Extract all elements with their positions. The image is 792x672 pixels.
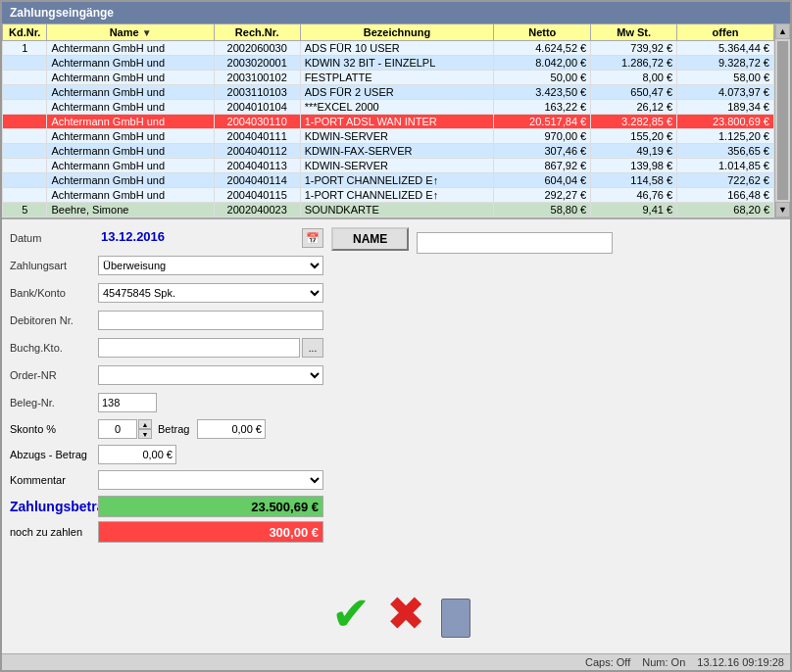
cell-offen[interactable]: 356,65 €: [677, 144, 774, 159]
cell-rechn[interactable]: 2004040112: [214, 144, 300, 159]
beleg-input[interactable]: [98, 393, 157, 412]
cell-offen[interactable]: 1.014,85 €: [677, 159, 774, 173]
table-row[interactable]: 1Achtermann GmbH und2002060030ADS FÜR 10…: [3, 41, 774, 56]
cell-offen[interactable]: 166,48 €: [677, 188, 774, 203]
cell-bezeichnung[interactable]: SOUNDKARTE: [300, 203, 494, 217]
cell-rechn[interactable]: 2003100102: [214, 71, 300, 85]
table-row[interactable]: Achtermann GmbH und2004040112KDWIN-FAX-S…: [3, 144, 774, 159]
col-rechn[interactable]: Rech.Nr.: [214, 24, 300, 41]
col-bezeichnung[interactable]: Bezeichnung: [300, 24, 494, 41]
betrag-input[interactable]: [197, 419, 266, 439]
cell-kdnr[interactable]: 1: [3, 41, 47, 56]
cell-netto[interactable]: 58,80 €: [494, 203, 591, 217]
cell-bezeichnung[interactable]: FESTPLATTE: [300, 71, 494, 85]
cell-mwst[interactable]: 26,12 €: [591, 100, 677, 115]
cell-rechn[interactable]: 2004010104: [214, 100, 300, 115]
cell-mwst[interactable]: 9,41 €: [591, 203, 677, 217]
table-row[interactable]: 5Beehre, Simone2002040023SOUNDKARTE58,80…: [3, 203, 774, 217]
cell-rechn[interactable]: 2004040111: [214, 129, 300, 144]
cell-bezeichnung[interactable]: ADS FÜR 2 USER: [300, 85, 494, 100]
cell-mwst[interactable]: 739,92 €: [591, 41, 677, 56]
cell-bezeichnung[interactable]: ***EXCEL 2000: [300, 100, 494, 115]
cell-bezeichnung[interactable]: 1-PORT ADSL WAN INTER: [300, 115, 494, 129]
cell-kdnr[interactable]: [3, 144, 47, 159]
cell-kdnr[interactable]: [3, 100, 47, 115]
cell-netto[interactable]: 163,22 €: [494, 100, 591, 115]
cell-bezeichnung[interactable]: KDWIN-SERVER: [300, 129, 494, 144]
name-button[interactable]: NAME: [331, 227, 409, 251]
table-row[interactable]: Achtermann GmbH und20040401151-PORT CHAN…: [3, 188, 774, 203]
cell-name[interactable]: Achtermann GmbH und: [47, 41, 214, 56]
abzug-input[interactable]: [98, 445, 176, 464]
buchg-input[interactable]: [98, 338, 300, 358]
cell-offen[interactable]: 5.364,44 €: [677, 41, 774, 56]
scroll-down[interactable]: ▼: [775, 202, 790, 217]
cell-netto[interactable]: 292,27 €: [494, 188, 591, 203]
cell-netto[interactable]: 970,00 €: [494, 129, 591, 144]
cell-bezeichnung[interactable]: KDWIN-SERVER: [300, 159, 494, 173]
buchg-dots-button[interactable]: ...: [302, 338, 323, 358]
cell-kdnr[interactable]: [3, 173, 47, 188]
table-row[interactable]: Achtermann GmbH und20040401141-PORT CHAN…: [3, 173, 774, 188]
col-offen[interactable]: offen: [677, 24, 774, 41]
zahlungs-input[interactable]: [98, 496, 323, 517]
cell-name[interactable]: Achtermann GmbH und: [47, 100, 214, 115]
table-row[interactable]: Achtermann GmbH und2004040113KDWIN-SERVE…: [3, 159, 774, 173]
cell-name[interactable]: Achtermann GmbH und: [47, 159, 214, 173]
cell-name[interactable]: Achtermann GmbH und: [47, 129, 214, 144]
cell-netto[interactable]: 3.423,50 €: [494, 85, 591, 100]
confirm-button[interactable]: ✔: [331, 591, 371, 638]
cell-offen[interactable]: 23.800,69 €: [677, 115, 774, 129]
col-kdnr[interactable]: Kd.Nr.: [3, 24, 47, 41]
cell-rechn[interactable]: 2002040023: [214, 203, 300, 217]
skonto-down[interactable]: ▼: [138, 429, 152, 439]
cell-netto[interactable]: 604,04 €: [494, 173, 591, 188]
scroll-thumb[interactable]: [777, 41, 788, 200]
cell-rechn[interactable]: 2004040115: [214, 188, 300, 203]
cell-offen[interactable]: 58,00 €: [677, 71, 774, 85]
cell-offen[interactable]: 68,20 €: [677, 203, 774, 217]
kommentar-select[interactable]: [98, 470, 323, 490]
cell-netto[interactable]: 307,46 €: [494, 144, 591, 159]
debitoren-input[interactable]: [98, 311, 323, 330]
cell-kdnr[interactable]: [3, 159, 47, 173]
cancel-button[interactable]: ✖: [386, 591, 425, 638]
cell-name[interactable]: Achtermann GmbH und: [47, 56, 214, 71]
col-name[interactable]: Name ▼: [47, 24, 214, 41]
cell-offen[interactable]: 4.073,97 €: [677, 85, 774, 100]
col-netto[interactable]: Netto: [494, 24, 591, 41]
cell-offen[interactable]: 1.125,20 €: [677, 129, 774, 144]
cell-mwst[interactable]: 650,47 €: [591, 85, 677, 100]
cell-bezeichnung[interactable]: KDWIN 32 BIT - EINZELPL: [300, 56, 494, 71]
table-row[interactable]: Achtermann GmbH und2004010104***EXCEL 20…: [3, 100, 774, 115]
name-text-input[interactable]: [417, 232, 613, 254]
cell-mwst[interactable]: 8,00 €: [591, 71, 677, 85]
cell-rechn[interactable]: 2004030110: [214, 115, 300, 129]
cell-mwst[interactable]: 46,76 €: [591, 188, 677, 203]
cell-name[interactable]: Achtermann GmbH und: [47, 71, 214, 85]
cell-mwst[interactable]: 3.282,85 €: [591, 115, 677, 129]
cell-offen[interactable]: 189,34 €: [677, 100, 774, 115]
skonto-spinner[interactable]: ▲ ▼: [138, 419, 152, 439]
cell-bezeichnung[interactable]: KDWIN-FAX-SERVER: [300, 144, 494, 159]
cell-mwst[interactable]: 114,58 €: [591, 173, 677, 188]
cell-name[interactable]: Achtermann GmbH und: [47, 173, 214, 188]
cell-rechn[interactable]: 2002060030: [214, 41, 300, 56]
cell-mwst[interactable]: 1.286,72 €: [591, 56, 677, 71]
cell-name[interactable]: Achtermann GmbH und: [47, 144, 214, 159]
scroll-up[interactable]: ▲: [775, 24, 790, 39]
table-row[interactable]: Achtermann GmbH und20040301101-PORT ADSL…: [3, 115, 774, 129]
calendar-button[interactable]: 📅: [302, 228, 323, 248]
cell-kdnr[interactable]: [3, 56, 47, 71]
cell-bezeichnung[interactable]: 1-PORT CHANNELIZED E↑: [300, 188, 494, 203]
cell-rechn[interactable]: 2003110103: [214, 85, 300, 100]
table-row[interactable]: Achtermann GmbH und2004040111KDWIN-SERVE…: [3, 129, 774, 144]
zahlungsart-select[interactable]: Überweisung: [98, 256, 323, 275]
cell-mwst[interactable]: 49,19 €: [591, 144, 677, 159]
cell-bezeichnung[interactable]: ADS FÜR 10 USER: [300, 41, 494, 56]
cell-kdnr[interactable]: 5: [3, 203, 47, 217]
cell-offen[interactable]: 9.328,72 €: [677, 56, 774, 71]
cell-netto[interactable]: 20.517,84 €: [494, 115, 591, 129]
cell-mwst[interactable]: 139,98 €: [591, 159, 677, 173]
cell-netto[interactable]: 4.624,52 €: [494, 41, 591, 56]
